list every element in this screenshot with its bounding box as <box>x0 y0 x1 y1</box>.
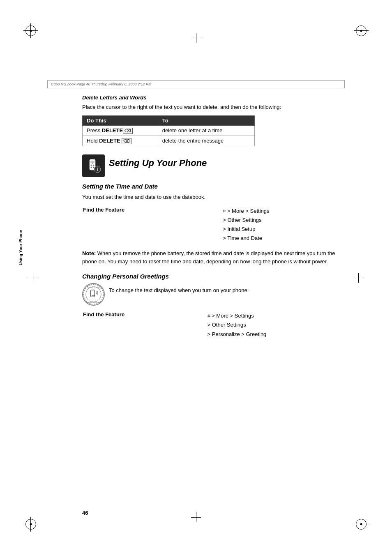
greet-intro: Network/Subscription Dependent Feature T… <box>82 283 345 306</box>
reg-mark-tr <box>356 25 367 36</box>
table-action-1: Press DELETE⌫ <box>83 125 158 136</box>
setting-up-title: Setting Up Your Phone <box>109 154 207 168</box>
find-feature-label-1: Find the Feature <box>83 206 222 244</box>
table-result-2: delete the entire message <box>158 136 254 146</box>
note-block-1: Note: When you remove the phone battery,… <box>82 249 345 265</box>
svg-point-4 <box>90 167 92 168</box>
find-feature-label-2: Find the Feature <box>83 311 207 339</box>
reg-mark-bottom-mid <box>191 512 201 522</box>
table-row: Press DELETE⌫ delete one letter at a tim… <box>83 125 255 136</box>
svg-text:Dependent Feature: Dependent Feature <box>87 287 100 288</box>
reg-mark-top-mid <box>191 33 201 43</box>
find-feature-row-2: Find the Feature ⌗ > More > Settings > O… <box>83 311 344 339</box>
feature-path2-line1: > More > Settings <box>212 313 254 319</box>
find-feature-row-1: Find the Feature ⌗ > More > Settings > O… <box>83 206 344 244</box>
delete-table: Do This To Press DELETE⌫ delete one lett… <box>82 115 255 146</box>
personal-greetings-section: Changing Personal Greetings Network/Subs… <box>82 273 345 340</box>
reg-mark-right-mid <box>353 273 363 283</box>
feature-path-line1: > More > Settings <box>227 208 270 214</box>
sidebar-label: Using Your Phone <box>18 230 25 265</box>
svg-point-3 <box>93 165 94 166</box>
menu-icon-1: ⌗ <box>223 208 226 214</box>
greet-intro-text: To change the text displayed when you tu… <box>109 286 249 295</box>
table-col1-header: Do This <box>83 115 158 125</box>
find-feature-table-1: Find the Feature ⌗ > More > Settings > O… <box>82 205 345 244</box>
table-action-2: Hold DELETE ⌫ <box>83 136 158 146</box>
header-text: C350.RG.book Page 46 Thursday, February … <box>51 82 151 86</box>
svg-point-5 <box>93 167 94 168</box>
feature-path-line3: > Initial Setup <box>223 226 255 232</box>
setting-up-section: i Setting Up Your Phone <box>82 154 345 177</box>
reg-mark-left-mid <box>29 273 39 283</box>
greet-intro-line: To change the text displayed when you tu… <box>109 287 249 293</box>
reg-mark-br <box>356 519 367 530</box>
feature-path2-line3: > Personalize > Greeting <box>208 331 267 337</box>
find-feature-table-2: Find the Feature ⌗ > More > Settings > O… <box>82 310 345 340</box>
page-container: C350.RG.book Page 46 Thursday, February … <box>0 0 392 555</box>
time-date-subsection: Setting the Time and Date You must set t… <box>82 183 345 266</box>
svg-point-10 <box>86 287 101 302</box>
personal-greetings-heading: Changing Personal Greetings <box>82 273 345 280</box>
reg-mark-tl <box>25 25 36 36</box>
time-date-body: You must set the time and date to use th… <box>82 193 345 201</box>
table-result-1: delete one letter at a time <box>158 125 254 136</box>
time-date-heading: Setting the Time and Date <box>82 183 345 190</box>
delete-section-heading: Delete Letters and Words <box>82 94 345 101</box>
find-feature-value-1: ⌗ > More > Settings > Other Settings > I… <box>223 206 344 244</box>
page-number: 46 <box>82 510 88 516</box>
setting-up-icon: i <box>82 154 105 177</box>
note-label-1: Note: <box>82 250 96 256</box>
svg-point-2 <box>90 165 92 166</box>
header-area: C350.RG.book Page 46 Thursday, February … <box>47 80 345 88</box>
svg-point-6 <box>92 163 93 164</box>
main-content: Delete Letters and Words Place the curso… <box>82 94 345 346</box>
svg-text:Network/Subscription: Network/Subscription <box>85 302 102 304</box>
find-feature-value-2: ⌗ > More > Settings > Other Settings > P… <box>208 311 344 339</box>
note-body-1: When you remove the phone battery, the s… <box>82 250 335 265</box>
table-row: Hold DELETE ⌫ delete the entire message <box>83 136 255 146</box>
feature-path-line2: > Other Settings <box>223 217 261 223</box>
feature-path-line4: > Time and Date <box>223 235 262 241</box>
menu-icon-2: ⌗ <box>208 313 210 319</box>
feature-path2-line2: > Other Settings <box>208 322 246 328</box>
svg-text:i: i <box>97 167 98 172</box>
delete-section-body: Place the cursor to the right of the tex… <box>82 103 345 111</box>
reg-mark-bl <box>25 519 36 530</box>
greet-badge: Network/Subscription Dependent Feature <box>82 283 105 306</box>
table-col2-header: To <box>158 115 254 125</box>
